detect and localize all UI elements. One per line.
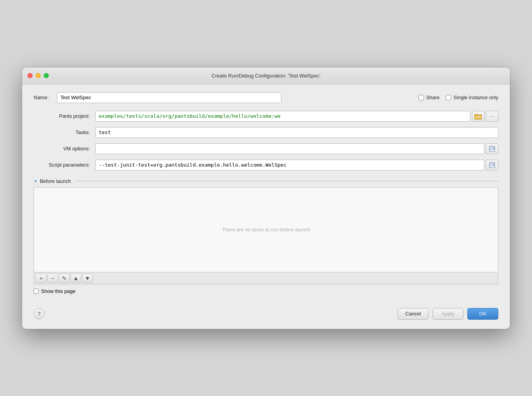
dialog-content: Name: Share Single instance only Pants p… — [22, 84, 510, 302]
before-launch-section: ▼ Before launch There are no tasks to ru… — [34, 178, 498, 284]
tasks-input[interactable] — [95, 127, 498, 138]
single-instance-group: Single instance only — [446, 95, 498, 100]
apply-button[interactable]: Apply — [432, 308, 463, 320]
minimize-button[interactable] — [36, 73, 41, 78]
before-launch-label: Before launch — [40, 178, 71, 184]
pants-project-input[interactable] — [95, 111, 470, 122]
move-down-button[interactable]: ▼ — [82, 274, 93, 283]
bottom-bar: ? Cancel Apply OK — [22, 302, 510, 329]
script-params-label: Script parameters: — [34, 162, 90, 168]
pants-project-folder-button[interactable] — [472, 111, 484, 122]
ok-button[interactable]: OK — [467, 308, 498, 320]
before-launch-panel: There are no tasks to run before launch — [34, 187, 498, 272]
dialog-title: Create Run/Debug Configuration: 'Test We… — [212, 73, 321, 79]
collapse-icon[interactable]: ▼ — [34, 179, 38, 183]
vm-options-input[interactable] — [95, 143, 484, 154]
edit-task-button[interactable]: ✎ — [59, 274, 70, 283]
script-params-expand-button[interactable] — [486, 160, 498, 170]
pants-project-input-group: ··· — [95, 111, 498, 122]
remove-task-button[interactable]: − — [47, 274, 58, 283]
maximize-button[interactable] — [44, 73, 49, 78]
single-instance-label: Single instance only — [453, 95, 498, 100]
script-params-input[interactable] — [95, 160, 484, 170]
svg-rect-7 — [490, 163, 493, 165]
show-page-label: Show this page — [41, 288, 76, 294]
close-button[interactable] — [27, 73, 33, 78]
vm-options-label: VM options: — [34, 146, 90, 152]
tasks-label: Tasks: — [34, 129, 90, 135]
vm-options-expand-button[interactable] — [486, 143, 498, 154]
section-divider — [75, 181, 498, 181]
name-options: Share Single instance only — [419, 95, 498, 100]
name-row: Name: Share Single instance only — [34, 92, 498, 103]
share-group: Share — [419, 95, 440, 100]
before-launch-header: ▼ Before launch — [34, 178, 498, 184]
svg-rect-5 — [490, 147, 493, 149]
vm-options-input-group — [95, 143, 498, 154]
single-instance-checkbox[interactable] — [446, 95, 451, 100]
form-section: Pants project: ··· Task — [34, 111, 498, 170]
share-label: Share — [426, 95, 440, 100]
panel-toolbar: + − ✎ ▲ ▼ — [34, 272, 498, 284]
window-controls — [27, 73, 49, 78]
script-params-input-group — [95, 160, 498, 170]
show-page-checkbox[interactable] — [34, 289, 39, 294]
dialog-window: Create Run/Debug Configuration: 'Test We… — [22, 67, 510, 329]
add-task-button[interactable]: + — [36, 274, 46, 283]
svg-rect-1 — [475, 114, 478, 115]
cancel-button[interactable]: Cancel — [398, 308, 429, 320]
pants-project-more-button[interactable]: ··· — [486, 111, 498, 122]
title-bar: Create Run/Debug Configuration: 'Test We… — [22, 67, 510, 84]
move-up-button[interactable]: ▲ — [70, 274, 81, 283]
pants-project-label: Pants project: — [34, 113, 90, 119]
name-label: Name: — [34, 95, 53, 100]
script-params-row: Script parameters: — [34, 160, 498, 170]
before-launch-empty-text: There are no tasks to run before launch — [222, 227, 310, 232]
pants-project-row: Pants project: ··· — [34, 111, 498, 122]
svg-rect-3 — [478, 116, 480, 117]
vm-options-row: VM options: — [34, 143, 498, 154]
help-button[interactable]: ? — [34, 308, 45, 319]
share-checkbox[interactable] — [419, 95, 424, 100]
name-input[interactable] — [57, 92, 281, 103]
tasks-row: Tasks: — [34, 127, 498, 138]
show-page-row: Show this page — [34, 288, 498, 294]
